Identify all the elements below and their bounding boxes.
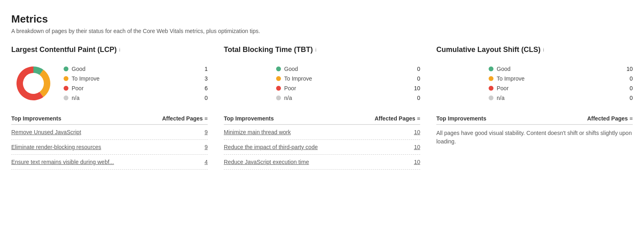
- legend-value-lcp-3: 0: [200, 95, 208, 101]
- legend-dot-cls-2: [489, 86, 493, 91]
- donut-chart-tbt: [224, 61, 268, 106]
- legend-label-cls-0: Good: [497, 66, 621, 72]
- chart-legend-row-cls: Good 10 To Improve 0 Poor 0 n/a 0: [436, 61, 633, 106]
- table-row-tbt-0: Minimize main thread work 10: [224, 125, 420, 140]
- legend-label-tbt-0: Good: [284, 66, 409, 72]
- improvement-link-lcp-0[interactable]: Remove Unused JavaScript: [11, 129, 81, 135]
- legend-value-tbt-3: 0: [412, 95, 420, 101]
- cls-message-cls: All pages have good visual stability. Co…: [436, 129, 633, 146]
- info-icon-lcp[interactable]: i: [119, 47, 120, 53]
- page-subtitle: A breakdown of pages by their status for…: [11, 28, 633, 34]
- legend-dot-cls-3: [489, 95, 493, 100]
- table-row-lcp-1: Eliminate render-blocking resources 9: [11, 140, 208, 155]
- improvement-link-tbt-1[interactable]: Reduce the impact of third-party code: [224, 144, 318, 150]
- metric-section-tbt: Total Blocking Time (TBT) i Good 0 To Im…: [224, 46, 420, 170]
- page-title: Metrics: [11, 13, 633, 25]
- legend-item-tbt-0: Good 0: [276, 66, 420, 72]
- table-header-improvements-cls: Top Improvements: [436, 115, 486, 122]
- legend-dot-cls-0: [489, 66, 493, 71]
- legend-label-cls-2: Poor: [497, 85, 621, 91]
- legend-label-tbt-1: To Improve: [284, 75, 409, 82]
- table-row-tbt-2: Reduce JavaScript execution time 10: [224, 155, 420, 170]
- info-icon-tbt[interactable]: i: [315, 47, 316, 53]
- legend-dot-tbt-2: [276, 86, 281, 91]
- improvement-link-lcp-2[interactable]: Ensure text remains visible during webf.…: [11, 159, 114, 165]
- legend-label-lcp-1: To Improve: [72, 75, 196, 82]
- legend-label-cls-3: n/a: [497, 95, 621, 101]
- legend-lcp: Good 1 To Improve 3 Poor 6 n/a 0: [64, 66, 208, 101]
- improvement-count-lcp-2[interactable]: 4: [204, 159, 208, 165]
- legend-label-lcp-3: n/a: [72, 95, 196, 101]
- donut-chart-lcp: [11, 61, 56, 106]
- legend-value-tbt-2: 10: [412, 85, 420, 91]
- sort-icon-cls[interactable]: ≡: [630, 115, 633, 122]
- legend-label-cls-1: To Improve: [497, 75, 621, 82]
- legend-value-tbt-1: 0: [412, 75, 420, 82]
- metric-title-text: Cumulative Layout Shift (CLS): [436, 46, 541, 54]
- legend-dot-lcp-2: [64, 86, 68, 91]
- metric-section-cls: Cumulative Layout Shift (CLS) i Good 10 …: [436, 46, 633, 170]
- improvement-count-tbt-1[interactable]: 10: [414, 144, 420, 150]
- improvement-count-lcp-1[interactable]: 9: [204, 144, 208, 150]
- legend-value-lcp-0: 1: [200, 66, 208, 72]
- legend-value-cls-3: 0: [625, 95, 633, 101]
- legend-item-tbt-1: To Improve 0: [276, 75, 420, 82]
- legend-item-tbt-3: n/a 0: [276, 95, 420, 101]
- table-header-lcp: Top Improvements Affected Pages ≡: [11, 115, 208, 125]
- table-header-cls: Top Improvements Affected Pages ≡: [436, 115, 633, 125]
- legend-value-cls-2: 0: [625, 85, 633, 91]
- legend-value-lcp-1: 3: [200, 75, 208, 82]
- table-header-improvements-tbt: Top Improvements: [224, 115, 274, 122]
- legend-label-tbt-3: n/a: [284, 95, 409, 101]
- legend-dot-cls-1: [489, 76, 493, 81]
- legend-item-cls-2: Poor 0: [489, 85, 633, 91]
- legend-label-lcp-2: Poor: [72, 85, 196, 91]
- legend-dot-lcp-1: [64, 76, 68, 81]
- improvement-count-tbt-2[interactable]: 10: [414, 159, 420, 165]
- metric-title-cls: Cumulative Layout Shift (CLS) i: [436, 46, 633, 54]
- improvement-link-tbt-0[interactable]: Minimize main thread work: [224, 129, 291, 135]
- table-header-pages-lcp: Affected Pages ≡: [162, 115, 208, 122]
- legend-dot-lcp-0: [64, 66, 68, 71]
- table-header-tbt: Top Improvements Affected Pages ≡: [224, 115, 420, 125]
- table-row-lcp-2: Ensure text remains visible during webf.…: [11, 155, 208, 170]
- improvement-count-tbt-0[interactable]: 10: [414, 129, 420, 135]
- legend-label-lcp-0: Good: [72, 66, 196, 72]
- legend-item-lcp-1: To Improve 3: [64, 75, 208, 82]
- legend-value-cls-0: 10: [625, 66, 633, 72]
- metric-title-text: Largest Contentful Paint (LCP): [11, 46, 117, 54]
- donut-chart-cls: [436, 61, 481, 106]
- sort-icon-tbt[interactable]: ≡: [417, 115, 420, 122]
- metric-title-lcp: Largest Contentful Paint (LCP) i: [11, 46, 208, 54]
- table-row-lcp-0: Remove Unused JavaScript 9: [11, 125, 208, 140]
- legend-item-lcp-2: Poor 6: [64, 85, 208, 91]
- table-header-pages-tbt: Affected Pages ≡: [375, 115, 420, 122]
- legend-value-lcp-2: 6: [200, 85, 208, 91]
- legend-label-tbt-2: Poor: [284, 85, 409, 91]
- legend-item-lcp-0: Good 1: [64, 66, 208, 72]
- legend-tbt: Good 0 To Improve 0 Poor 10 n/a 0: [276, 66, 420, 101]
- improvement-link-tbt-2[interactable]: Reduce JavaScript execution time: [224, 159, 309, 165]
- legend-item-lcp-3: n/a 0: [64, 95, 208, 101]
- info-icon-cls[interactable]: i: [543, 47, 544, 53]
- metric-title-tbt: Total Blocking Time (TBT) i: [224, 46, 420, 54]
- chart-legend-row-tbt: Good 0 To Improve 0 Poor 10 n/a 0: [224, 61, 420, 106]
- table-header-pages-cls: Affected Pages ≡: [587, 115, 633, 122]
- improvement-count-lcp-0[interactable]: 9: [204, 129, 208, 135]
- improvement-link-lcp-1[interactable]: Eliminate render-blocking resources: [11, 144, 101, 150]
- sort-icon-lcp[interactable]: ≡: [204, 115, 208, 122]
- table-row-tbt-1: Reduce the impact of third-party code 10: [224, 140, 420, 155]
- legend-value-cls-1: 0: [625, 75, 633, 82]
- metric-title-text: Total Blocking Time (TBT): [224, 46, 313, 54]
- legend-value-tbt-0: 0: [412, 66, 420, 72]
- table-header-improvements-lcp: Top Improvements: [11, 115, 61, 122]
- legend-dot-tbt-1: [276, 76, 281, 81]
- legend-dot-tbt-3: [276, 95, 281, 100]
- legend-dot-tbt-0: [276, 66, 281, 71]
- metric-section-lcp: Largest Contentful Paint (LCP) i Good 1 …: [11, 46, 208, 170]
- legend-dot-lcp-3: [64, 95, 68, 100]
- chart-legend-row-lcp: Good 1 To Improve 3 Poor 6 n/a 0: [11, 61, 208, 106]
- legend-item-cls-0: Good 10: [489, 66, 633, 72]
- metrics-grid: Largest Contentful Paint (LCP) i Good 1 …: [11, 46, 633, 170]
- legend-item-tbt-2: Poor 10: [276, 85, 420, 91]
